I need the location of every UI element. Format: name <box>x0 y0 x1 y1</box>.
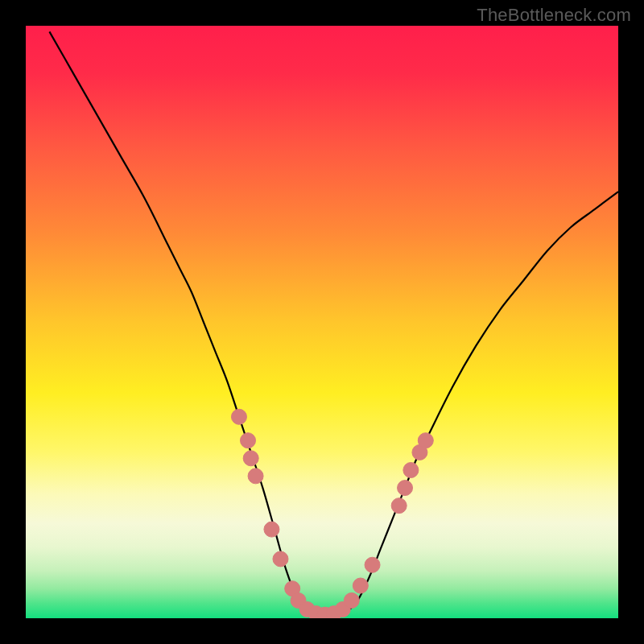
data-markers <box>231 409 433 618</box>
data-marker <box>264 522 279 537</box>
data-marker <box>243 451 258 466</box>
watermark-text: TheBottleneck.com <box>477 5 631 26</box>
bottleneck-curve <box>49 31 618 615</box>
data-marker <box>273 551 288 567</box>
chart-frame: TheBottleneck.com <box>0 0 644 644</box>
data-marker <box>403 463 419 478</box>
plot-area <box>26 26 618 618</box>
data-marker <box>391 498 407 514</box>
data-marker <box>353 578 368 593</box>
data-marker <box>398 481 413 496</box>
data-marker <box>418 433 433 448</box>
data-marker <box>344 592 359 608</box>
chart-svg <box>26 26 618 618</box>
data-marker <box>365 557 380 572</box>
data-marker <box>241 433 256 448</box>
data-marker <box>248 469 263 484</box>
data-marker <box>231 409 246 424</box>
